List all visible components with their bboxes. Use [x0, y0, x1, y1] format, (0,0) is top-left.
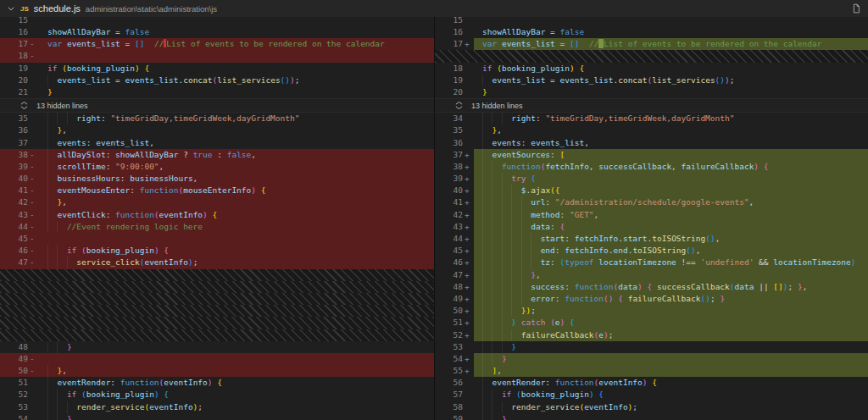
collapse-chevron-icon[interactable] [7, 4, 15, 13]
indent-guide [521, 269, 531, 281]
line-number: 41 [0, 185, 28, 196]
code-line[interactable]: 56eventRender: function(eventInfo) { [435, 377, 868, 389]
code-line[interactable]: 48+success: function(data) { successCall… [435, 281, 868, 293]
code-token: concat [618, 75, 647, 85]
code-line[interactable]: 42-}, [0, 196, 434, 208]
code-token: { [164, 246, 169, 255]
diff-marker: - [28, 233, 39, 245]
code-line[interactable]: 53} [435, 341, 868, 353]
code-line[interactable]: 39-scrollTime: "9:00:00", [0, 161, 434, 173]
code-line[interactable]: 51+} catch (e) { [435, 317, 868, 329]
hidden-lines-separator[interactable]: 13 hidden lines [0, 98, 434, 113]
code-token: "timeGridDay,timeGridWeek,dayGridMonth" [545, 113, 734, 123]
code-line[interactable]: 36}, [0, 124, 434, 136]
code-token: , [251, 150, 256, 159]
code-line[interactable]: 35}, [435, 124, 868, 136]
code-token: , [497, 366, 502, 375]
code-line[interactable]: 21} [0, 86, 434, 98]
code-line[interactable]: 16showAllDayBar = false [435, 26, 868, 38]
code-line[interactable]: 15 [435, 17, 868, 26]
code-line[interactable]: 40-businessHours: businessHours, [0, 173, 434, 185]
diff-marker [28, 113, 39, 124]
code-line[interactable]: 57if (booking_plugin) { [435, 389, 868, 401]
code-text: ], [474, 365, 868, 377]
code-line[interactable]: 17+var events_list = [] // List of event… [435, 38, 868, 50]
code-line[interactable]: 37events: events_list, [0, 137, 434, 149]
code-line[interactable]: 18- [0, 50, 434, 62]
code-line[interactable]: 50+}); [435, 305, 868, 317]
code-line[interactable]: 58render_service(eventInfo); [435, 401, 868, 413]
code-token: function [575, 282, 614, 291]
code-token: if [67, 246, 76, 255]
code-text: try { [474, 173, 868, 185]
code-line[interactable]: 49- [0, 353, 434, 365]
code-line[interactable]: 35right: "timeGridDay,timeGridWeek,dayGr… [0, 113, 434, 124]
code-line[interactable]: 38-allDaySlot: showAllDayBar ? true : fa… [0, 149, 434, 161]
code-token: { [555, 185, 560, 195]
code-line[interactable]: 44+start: fetchInfo.start.toISOString(), [435, 233, 868, 245]
code-line[interactable]: 19events_list = events_list.concat(list_… [435, 75, 868, 86]
hidden-lines-separator[interactable]: 13 hidden lines [435, 98, 868, 113]
line-number: 52 [435, 329, 463, 341]
code-line[interactable]: 55+], [435, 365, 868, 377]
code-line[interactable]: 43+data: { [435, 221, 868, 233]
code-line[interactable]: 36events: events_list, [435, 137, 868, 149]
diff-marker [28, 389, 39, 401]
code-line[interactable]: 52if (booking_plugin) { [0, 389, 434, 401]
diff-marker: - [28, 365, 39, 377]
code-line[interactable]: 18if (booking_plugin) { [435, 63, 868, 75]
code-line[interactable]: 50-}, [0, 365, 434, 377]
code-text: right: "timeGridDay,timeGridWeek,dayGrid… [474, 113, 868, 124]
code-line[interactable]: 34right: "timeGridDay,timeGridWeek,dayGr… [435, 113, 868, 124]
code-line[interactable]: 47+}, [435, 269, 868, 281]
code-token: [ [560, 150, 565, 159]
code-line[interactable]: 47-service_click(eventInfo); [0, 257, 434, 268]
code-line[interactable]: 39+try { [435, 173, 868, 185]
code-line[interactable]: 42+method: "GET", [435, 209, 868, 221]
code-token: var [47, 39, 62, 48]
code-line[interactable]: 49+error: function() { failureCallback()… [435, 293, 868, 305]
code-line[interactable]: 16showAllDayBar = false [0, 26, 434, 38]
unfold-icon[interactable] [20, 101, 28, 110]
diff-marker: + [463, 209, 474, 221]
open-file-icon[interactable] [851, 3, 861, 14]
code-line[interactable]: 46+tz: (typeof locationTimezone !== 'und… [435, 257, 868, 268]
code-line[interactable]: 40+$.ajax({ [435, 185, 868, 196]
code-line[interactable]: 59} [435, 413, 868, 420]
code-line[interactable]: 43-eventClick: function(eventInfo) { [0, 209, 434, 221]
code-line[interactable]: 19if (booking_plugin) { [0, 63, 434, 75]
code-token: [] [135, 39, 144, 48]
indent-guide [47, 413, 57, 420]
code-line[interactable]: 15 [0, 17, 434, 26]
line-number: 53 [0, 401, 28, 413]
code-token: = [110, 27, 125, 36]
code-line[interactable]: 44-//Event rendering logic here [0, 221, 434, 233]
code-line[interactable]: 17-var events_list = [] //List of events… [0, 38, 434, 50]
code-token: : [106, 150, 115, 159]
line-number: 44 [435, 233, 463, 245]
indent-guide [482, 329, 492, 341]
code-line[interactable]: 54} [0, 413, 434, 420]
code-token: events_list [560, 75, 614, 85]
code-line[interactable]: 45- [0, 233, 434, 245]
code-line[interactable]: 38+function(fetchInfo, successCallback, … [435, 161, 868, 173]
code-line[interactable]: 41-eventMouseEnter: function(mouseEnterI… [0, 185, 434, 196]
code-line[interactable]: 53render_service(eventInfo); [0, 401, 434, 413]
code-token: , [193, 174, 198, 183]
code-line[interactable]: 54+} [435, 353, 868, 365]
code-line[interactable]: 20events_list = events_list.concat(list_… [0, 75, 434, 86]
diff-filler [0, 305, 434, 317]
indent-guide [47, 124, 57, 136]
code-line[interactable]: 46-if (booking_plugin) { [0, 245, 434, 257]
code-text: events: events_list, [39, 137, 434, 149]
indent-guide [57, 413, 66, 420]
code-line[interactable]: 52+failureCallback(e); [435, 329, 868, 341]
line-number-gutter: 46- [0, 245, 39, 257]
code-line[interactable]: 45+end: fetchInfo.end.toISOString(), [435, 245, 868, 257]
unfold-icon[interactable] [455, 101, 463, 110]
code-line[interactable]: 20} [435, 86, 868, 98]
code-line[interactable]: 48} [0, 341, 434, 353]
code-line[interactable]: 51eventRender: function(eventInfo) { [0, 377, 434, 389]
code-line[interactable]: 41+url: "/administration/schedule/google… [435, 196, 868, 208]
code-line[interactable]: 37+eventSources: [ [435, 149, 868, 161]
